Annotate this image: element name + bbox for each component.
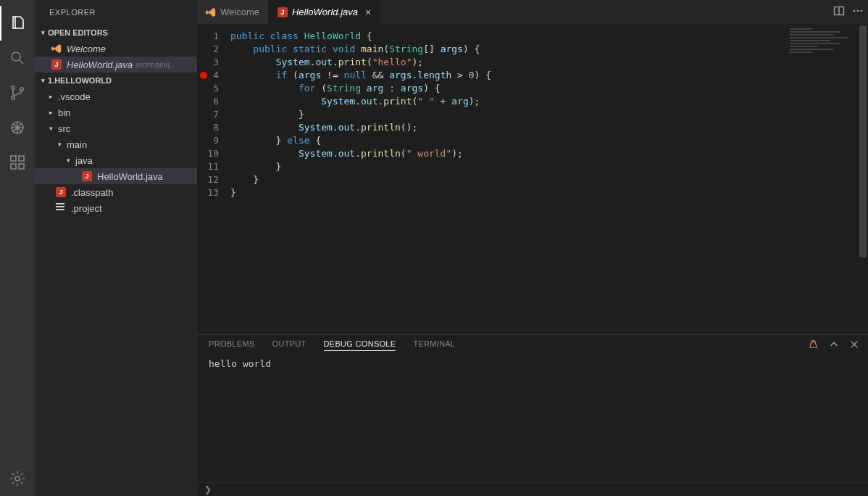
code-line[interactable]: System.out.println(" world"); <box>230 147 491 160</box>
activity-settings[interactable] <box>0 461 35 496</box>
activity-bar <box>0 0 35 496</box>
code-area[interactable]: public class HelloWorld { public static … <box>230 24 491 334</box>
line-number[interactable]: 5 <box>200 82 219 95</box>
tree-item-label: main <box>67 139 87 150</box>
svg-rect-8 <box>19 164 24 169</box>
line-number[interactable]: 7 <box>200 108 219 121</box>
activity-scm[interactable] <box>0 75 35 110</box>
section-label: 1.HELLOWORLD <box>48 76 112 85</box>
gutter[interactable]: 12345678910111213 <box>197 24 230 334</box>
svg-rect-6 <box>19 156 24 161</box>
code-line[interactable]: } <box>230 186 491 199</box>
panel-tab-debug-console[interactable]: DEBUG CONSOLE <box>324 339 396 351</box>
tree-item[interactable]: .classpath <box>35 184 197 200</box>
tree-item[interactable]: ▾src <box>35 120 197 136</box>
tab-label: HelloWorld.java <box>292 7 358 17</box>
panel-tab-problems[interactable]: PROBLEMS <box>209 339 255 351</box>
repl-chevron[interactable]: ❯ <box>204 484 212 495</box>
svg-point-13 <box>861 9 863 12</box>
line-number[interactable]: 6 <box>200 95 219 108</box>
chevron-down-icon: ▾ <box>38 77 48 84</box>
activity-search[interactable] <box>0 41 35 75</box>
tab-bar: WelcomeHelloWorld.java× <box>197 0 868 24</box>
tree-item-label: bin <box>58 107 70 118</box>
code-line[interactable]: public static void main(String[] args) { <box>230 43 491 56</box>
tree-item-label: java <box>75 155 93 166</box>
panel-close-button[interactable] <box>849 339 859 351</box>
tab-close-button[interactable]: × <box>365 7 371 18</box>
sidebar: EXPLORER ▾ OPEN EDITORS WelcomeHelloWorl… <box>35 0 197 496</box>
line-number[interactable]: 11 <box>200 160 219 173</box>
svg-point-3 <box>20 88 23 91</box>
section-project[interactable]: ▾ 1.HELLOWORLD <box>35 73 197 88</box>
minimap[interactable] <box>790 28 858 65</box>
tree-item[interactable]: ▸bin <box>35 104 197 120</box>
line-number[interactable]: 3 <box>200 56 219 69</box>
line-number[interactable]: 1 <box>200 30 219 43</box>
code-line[interactable]: System.out.println(); <box>230 121 491 134</box>
panel-tab-terminal[interactable]: TERMINAL <box>413 339 455 351</box>
line-number[interactable]: 2 <box>200 43 219 56</box>
clear-icon <box>808 339 819 350</box>
line-number[interactable]: 12 <box>200 173 219 186</box>
dots-icon <box>852 5 864 17</box>
tab-actions <box>833 0 868 24</box>
code-line[interactable]: } <box>230 173 491 186</box>
tree-item[interactable]: ▸.vscode <box>35 88 197 104</box>
svg-point-0 <box>12 52 20 61</box>
code-line[interactable]: if (args != null && args.length > 0) { <box>230 69 491 82</box>
panel-tabs: PROBLEMSOUTPUTDEBUG CONSOLETERMINAL <box>197 335 868 355</box>
breakpoint[interactable] <box>200 72 207 79</box>
activity-debug[interactable] <box>0 110 35 145</box>
open-editor-label: HelloWorld.java <box>67 59 133 70</box>
tab-helloworld-java[interactable]: HelloWorld.java× <box>269 0 380 24</box>
extensions-icon <box>9 154 26 171</box>
line-number[interactable]: 13 <box>200 186 219 199</box>
branch-icon <box>9 84 26 102</box>
tree-item-label: HelloWorld.java <box>97 171 163 182</box>
chevron-down-icon: ▾ <box>55 141 64 148</box>
open-editor-path: src/main/j… <box>135 60 178 69</box>
files-icon <box>9 15 27 32</box>
activity-extensions[interactable] <box>0 145 35 180</box>
code-line[interactable]: System.out.print(" " + arg); <box>230 95 491 108</box>
main: WelcomeHelloWorld.java× 1234567891011121… <box>197 0 868 496</box>
bottom-panel: PROBLEMSOUTPUTDEBUG CONSOLETERMINAL hell… <box>197 334 868 482</box>
code-line[interactable]: for (String arg : args) { <box>230 82 491 95</box>
tree-item[interactable]: HelloWorld.java <box>35 168 197 184</box>
open-editor-item[interactable]: HelloWorld.javasrc/main/j… <box>35 57 197 73</box>
chevron-down-icon: ▾ <box>46 125 55 132</box>
code-line[interactable]: public class HelloWorld { <box>230 30 491 43</box>
svg-point-1 <box>12 86 14 89</box>
line-number[interactable]: 8 <box>200 121 219 134</box>
tab-welcome[interactable]: Welcome <box>197 0 269 24</box>
panel-collapse-button[interactable] <box>829 339 839 351</box>
svg-point-12 <box>857 9 859 12</box>
vscode-icon <box>206 7 216 17</box>
sidebar-title: EXPLORER <box>35 0 197 25</box>
code-line[interactable]: System.out.print("hello"); <box>230 56 491 69</box>
clear-console-button[interactable] <box>808 339 819 352</box>
code-line[interactable]: } <box>230 108 491 121</box>
tree-item[interactable]: ▾java <box>35 152 197 168</box>
scrollbar-vertical[interactable] <box>858 24 868 334</box>
vscode-icon <box>51 44 62 54</box>
line-number[interactable]: 10 <box>200 147 219 160</box>
editor[interactable]: 12345678910111213 public class HelloWorl… <box>197 24 868 334</box>
status-bar: ❯ <box>197 482 868 496</box>
tree-item[interactable]: .project <box>35 200 197 216</box>
lines-icon <box>56 203 66 213</box>
java-icon <box>51 59 62 70</box>
split-editor-button[interactable] <box>833 5 845 20</box>
panel-tab-output[interactable]: OUTPUT <box>272 339 306 351</box>
open-editor-item[interactable]: Welcome <box>35 41 197 57</box>
code-line[interactable]: } else { <box>230 134 491 147</box>
svg-point-9 <box>15 476 20 481</box>
activity-explorer[interactable] <box>0 6 35 41</box>
section-open-editors[interactable]: ▾ OPEN EDITORS <box>35 25 197 41</box>
tree-item[interactable]: ▾main <box>35 136 197 152</box>
line-number[interactable]: 9 <box>200 134 219 147</box>
more-actions-button[interactable] <box>852 5 864 20</box>
code-line[interactable]: } <box>230 160 491 173</box>
debug-console-output[interactable]: hello world <box>197 355 868 482</box>
